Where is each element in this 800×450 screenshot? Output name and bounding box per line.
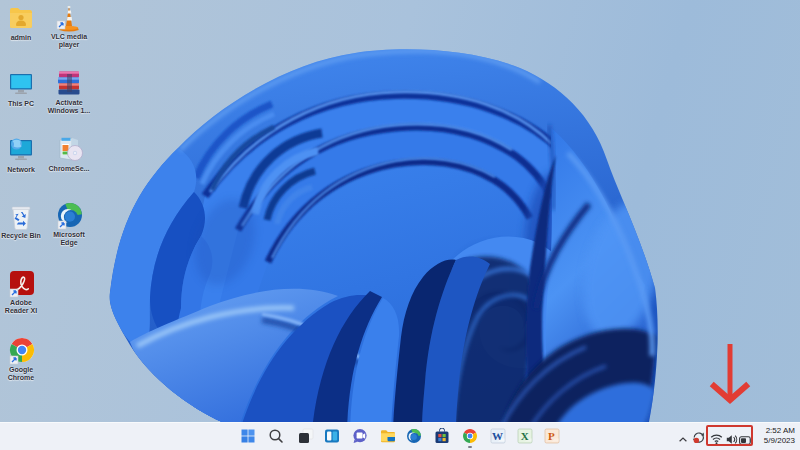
svg-text:W: W [492,430,503,442]
svg-text:P: P [548,430,555,442]
svg-text:X: X [521,430,529,442]
